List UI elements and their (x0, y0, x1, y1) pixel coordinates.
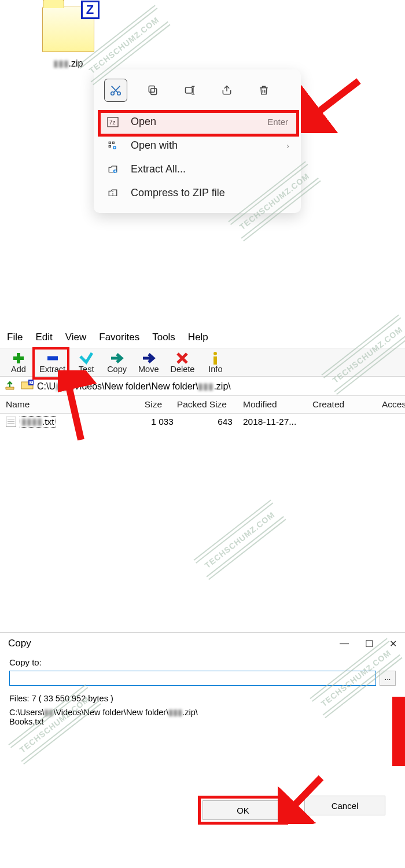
text-file-icon (6, 417, 16, 427)
toolbar-copy[interactable]: Copy (101, 350, 132, 376)
svg-point-1 (117, 92, 121, 95)
7z-icon: 7z (106, 117, 119, 127)
copy-icon[interactable] (141, 79, 164, 102)
svg-rect-14 (213, 356, 217, 365)
rename-icon[interactable] (178, 79, 201, 102)
delete-icon[interactable] (252, 79, 275, 102)
copy-to-input[interactable] (9, 671, 376, 686)
zip-folder-icon: Z (42, 6, 94, 52)
menu-view[interactable]: View (65, 332, 87, 343)
svg-rect-2 (151, 89, 157, 95)
browse-button[interactable]: ... (380, 671, 396, 686)
red-arrow-annotation (388, 697, 405, 766)
menu-tools[interactable]: Tools (152, 332, 175, 343)
menu-item-extract-all[interactable]: Extract All... (94, 157, 301, 181)
highlight-ok: OK (198, 796, 288, 825)
arrow-right-teal-icon (109, 352, 124, 365)
red-arrow-annotation (58, 370, 98, 446)
svg-line-18 (67, 376, 81, 440)
dialog-title: Copy (8, 638, 31, 649)
copy-to-label: Copy to: (9, 657, 396, 667)
menu-open-label: Open (131, 116, 156, 128)
maximize-button[interactable]: ☐ (365, 638, 373, 649)
menu-item-compress[interactable]: Compress to ZIP file (94, 181, 301, 205)
toolbar-delete[interactable]: Delete (164, 350, 200, 376)
watermark: TECHSCHUMZ.COM (203, 510, 277, 570)
share-icon[interactable] (215, 79, 238, 102)
minimize-button[interactable]: — (340, 638, 349, 649)
col-packed[interactable]: Packed Size (168, 396, 237, 413)
toolbar-add[interactable]: Add (3, 350, 34, 376)
col-size[interactable]: Size (116, 396, 168, 413)
menubar: File Edit View Favorites Tools Help (0, 327, 405, 348)
path-line: C:\Users\▮▮\Videos\New folder\New folder… (9, 708, 396, 726)
close-button[interactable]: ✕ (389, 638, 397, 649)
svg-text:Z: Z (30, 381, 33, 385)
col-accessed[interactable]: Acces (376, 396, 405, 413)
svg-rect-7 (109, 142, 111, 144)
menu-open-shortcut: Enter (267, 117, 288, 127)
svg-line-19 (286, 778, 321, 814)
menu-help[interactable]: Help (188, 332, 208, 343)
context-menu: 7z Open Enter Open with › Extract All...… (94, 69, 301, 213)
svg-rect-9 (112, 142, 114, 144)
check-icon (79, 352, 94, 365)
compress-icon (106, 188, 119, 198)
folder-icon: Z (21, 380, 34, 392)
chevron-right-icon: › (286, 141, 289, 150)
red-arrow-annotation (301, 75, 370, 133)
menu-edit[interactable]: Edit (35, 332, 52, 343)
svg-point-13 (213, 352, 217, 355)
menu-favorites[interactable]: Favorites (99, 332, 139, 343)
cell-packed: 643 (174, 417, 243, 427)
svg-point-0 (111, 92, 115, 95)
minus-icon (45, 352, 60, 365)
zip-file-label: ▮▮▮.zip (29, 58, 107, 69)
plus-icon (11, 352, 26, 365)
svg-rect-3 (149, 86, 154, 93)
dialog-titlebar: Copy — ☐ ✕ (0, 633, 405, 654)
x-icon (175, 352, 190, 365)
toolbar-info[interactable]: Info (200, 350, 230, 376)
menu-file[interactable]: File (7, 332, 23, 343)
svg-rect-4 (186, 87, 193, 93)
col-modified[interactable]: Modified (237, 396, 307, 413)
zip-overlay-z-icon: Z (81, 1, 100, 19)
svg-rect-8 (109, 145, 111, 147)
files-summary: Files: 7 ( 33 550 952 bytes ) (9, 694, 396, 703)
menu-compress-label: Compress to ZIP file (131, 187, 225, 199)
menu-item-open-with[interactable]: Open with › (94, 134, 301, 157)
ok-button[interactable]: OK (203, 800, 284, 820)
menu-item-open[interactable]: 7z Open Enter (94, 110, 301, 134)
menu-open-with-label: Open with (131, 139, 178, 152)
arrow-right-navy-icon (141, 352, 156, 365)
file-name: ▮▮▮▮.txt (20, 416, 56, 428)
svg-rect-20 (392, 697, 405, 766)
menu-extract-all-label: Extract All... (131, 163, 186, 175)
up-folder-icon[interactable] (5, 379, 17, 393)
svg-text:7z: 7z (109, 119, 116, 126)
info-icon (208, 352, 223, 365)
col-created[interactable]: Created (307, 396, 376, 413)
listed-file: Books.txt (9, 717, 44, 726)
cell-size: 1 033 (122, 417, 174, 427)
open-with-icon (106, 141, 119, 151)
red-arrow-annotation (278, 772, 330, 824)
svg-line-12 (310, 81, 359, 119)
extract-all-icon (106, 164, 119, 175)
cut-icon[interactable] (104, 79, 127, 102)
cell-modified: 2018-11-27... (243, 417, 312, 427)
zip-file[interactable]: Z ▮▮▮.zip (29, 6, 107, 69)
toolbar-move[interactable]: Move (132, 350, 164, 376)
